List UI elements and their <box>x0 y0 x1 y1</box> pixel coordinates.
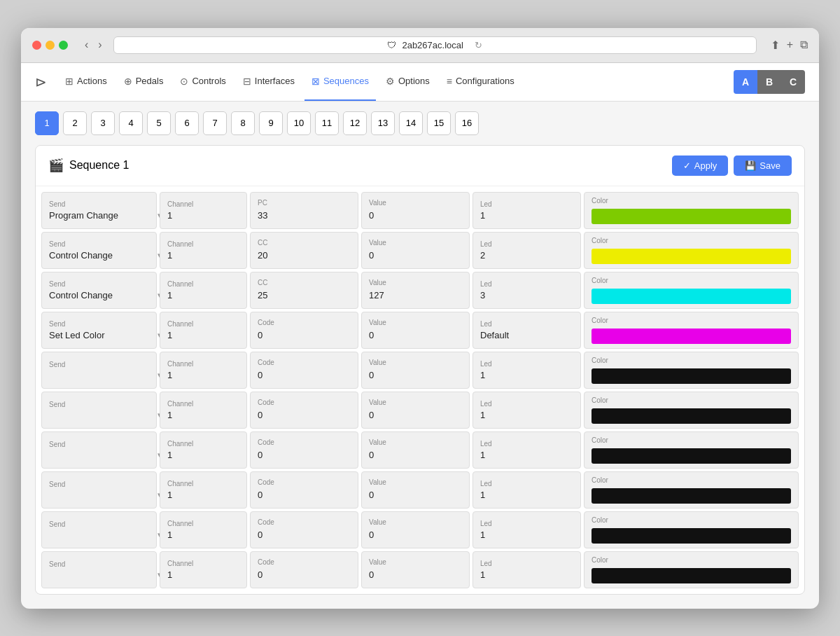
save-button[interactable]: 💾 Save <box>734 155 792 176</box>
color-cell-5[interactable]: Color <box>584 392 799 429</box>
maximize-button[interactable] <box>59 41 68 50</box>
nav-options[interactable]: ⚙ Options <box>379 63 437 101</box>
page-tab-8[interactable]: 8 <box>231 111 255 135</box>
nav-sequences[interactable]: ⊠ Sequences <box>304 63 376 101</box>
channel-cell-0[interactable]: Channel 1 ▾ <box>160 192 247 229</box>
code-cell-3[interactable]: Code 0 ▲ ▼ <box>250 312 358 349</box>
page-tab-3[interactable]: 3 <box>91 111 115 135</box>
color-swatch-6[interactable] <box>592 448 791 464</box>
color-swatch-1[interactable] <box>592 249 791 264</box>
code-cell-4[interactable]: Code 0 ▲ ▼ <box>250 352 358 389</box>
channel-cell-1[interactable]: Channel 1 ▾ <box>160 232 247 269</box>
send-cell-5[interactable]: Send ▾ <box>41 392 157 429</box>
code-cell-5[interactable]: Code 0 ▲ ▼ <box>250 392 358 429</box>
channel-cell-6[interactable]: Channel 1 ▾ <box>160 431 247 469</box>
close-button[interactable] <box>32 41 41 50</box>
led-cell-4[interactable]: Led 1 ▾ <box>472 352 581 389</box>
send-cell-4[interactable]: Send ▾ <box>41 352 157 389</box>
share-button[interactable]: ⬆ <box>771 39 780 52</box>
led-cell-6[interactable]: Led 1 ▾ <box>472 431 581 469</box>
page-tab-1[interactable]: 1 <box>35 111 59 135</box>
color-swatch-2[interactable] <box>592 289 791 304</box>
channel-cell-7[interactable]: Channel 1 ▾ <box>160 471 247 509</box>
value-cell-4[interactable]: Value 0 ▲ ▼ <box>361 352 470 389</box>
code-cell-2[interactable]: CC 25 ▲ ▼ <box>250 272 358 309</box>
page-tab-7[interactable]: 7 <box>203 111 227 135</box>
send-cell-8[interactable]: Send ▾ <box>41 511 157 548</box>
led-cell-7[interactable]: Led 1 ▾ <box>472 471 581 509</box>
value-cell-5[interactable]: Value 0 ▲ ▼ <box>361 392 470 429</box>
code-cell-8[interactable]: Code 0 ▲ ▼ <box>250 511 358 548</box>
nav-configurations[interactable]: ≡ Configurations <box>440 63 522 101</box>
new-tab-button[interactable]: + <box>787 39 793 52</box>
code-cell-9[interactable]: Code 0 ▲ ▼ <box>250 551 358 588</box>
forward-button[interactable]: › <box>95 37 104 53</box>
back-button[interactable]: ‹ <box>82 37 91 53</box>
channel-cell-5[interactable]: Channel 1 ▾ <box>160 392 247 429</box>
color-cell-3[interactable]: Color <box>584 312 799 349</box>
send-cell-6[interactable]: Send ▾ <box>41 431 157 469</box>
abc-b-button[interactable]: B <box>757 70 781 94</box>
nav-controls[interactable]: ⊙ Controls <box>173 63 232 101</box>
value-cell-7[interactable]: Value 0 ▲ ▼ <box>361 471 470 509</box>
send-cell-1[interactable]: Send Control Change ▾ <box>41 232 157 269</box>
send-cell-0[interactable]: Send Program Change ▾ <box>41 192 157 229</box>
led-cell-8[interactable]: Led 1 ▾ <box>472 511 581 548</box>
page-tab-6[interactable]: 6 <box>175 111 199 135</box>
led-cell-5[interactable]: Led 1 ▾ <box>472 392 581 429</box>
page-tab-10[interactable]: 10 <box>287 111 311 135</box>
color-swatch-0[interactable] <box>592 209 791 224</box>
page-tab-15[interactable]: 15 <box>427 111 451 135</box>
color-swatch-5[interactable] <box>592 408 791 424</box>
color-cell-8[interactable]: Color <box>584 511 799 548</box>
send-cell-9[interactable]: Send ▾ <box>41 551 157 588</box>
address-bar[interactable]: 🛡 2ab267ac.local ↻ <box>113 36 757 54</box>
color-cell-2[interactable]: Color <box>584 272 799 309</box>
color-cell-4[interactable]: Color <box>584 352 799 389</box>
page-tab-13[interactable]: 13 <box>371 111 395 135</box>
color-cell-6[interactable]: Color <box>584 431 799 469</box>
color-cell-9[interactable]: Color <box>584 551 799 588</box>
channel-cell-3[interactable]: Channel 1 ▾ <box>160 312 247 349</box>
channel-cell-2[interactable]: Channel 1 ▾ <box>160 272 247 309</box>
color-swatch-3[interactable] <box>592 329 791 344</box>
minimize-button[interactable] <box>46 41 55 50</box>
send-cell-2[interactable]: Send Control Change ▾ <box>41 272 157 309</box>
apply-button[interactable]: ✓ Apply <box>672 155 729 176</box>
abc-a-button[interactable]: A <box>734 70 757 94</box>
color-cell-0[interactable]: Color <box>584 192 799 229</box>
value-cell-6[interactable]: Value 0 ▲ ▼ <box>361 431 470 469</box>
value-cell-2[interactable]: Value 127 ▲ ▼ <box>361 272 470 309</box>
value-cell-3[interactable]: Value 0 ▲ ▼ <box>361 312 470 349</box>
value-cell-1[interactable]: Value 0 ▲ ▼ <box>361 232 470 269</box>
led-cell-9[interactable]: Led 1 ▾ <box>472 551 581 588</box>
code-cell-7[interactable]: Code 0 ▲ ▼ <box>250 471 358 509</box>
color-swatch-8[interactable] <box>592 528 791 544</box>
page-tab-4[interactable]: 4 <box>119 111 143 135</box>
page-tab-16[interactable]: 16 <box>455 111 479 135</box>
page-tab-11[interactable]: 11 <box>315 111 339 135</box>
color-swatch-7[interactable] <box>592 488 791 504</box>
tabs-button[interactable]: ⧉ <box>800 39 808 52</box>
nav-pedals[interactable]: ⊕ Pedals <box>117 63 171 101</box>
color-swatch-4[interactable] <box>592 368 791 384</box>
page-tab-14[interactable]: 14 <box>399 111 423 135</box>
abc-c-button[interactable]: C <box>781 70 805 94</box>
led-cell-2[interactable]: Led 3 ▾ <box>472 272 581 309</box>
channel-cell-8[interactable]: Channel 1 ▾ <box>160 511 247 548</box>
value-cell-0[interactable]: Value 0 ▲ ▼ <box>361 192 470 229</box>
send-cell-3[interactable]: Send Set Led Color ▾ <box>41 312 157 349</box>
code-cell-6[interactable]: Code 0 ▲ ▼ <box>250 431 358 469</box>
color-cell-7[interactable]: Color <box>584 471 799 509</box>
page-tab-9[interactable]: 9 <box>259 111 283 135</box>
value-cell-8[interactable]: Value 0 ▲ ▼ <box>361 511 470 548</box>
color-cell-1[interactable]: Color <box>584 232 799 269</box>
value-cell-9[interactable]: Value 0 ▲ ▼ <box>361 551 470 588</box>
color-swatch-9[interactable] <box>592 568 791 583</box>
code-cell-1[interactable]: CC 20 ▲ ▼ <box>250 232 358 269</box>
reload-icon[interactable]: ↻ <box>475 40 482 50</box>
nav-interfaces[interactable]: ⊟ Interfaces <box>236 63 302 101</box>
page-tab-5[interactable]: 5 <box>147 111 171 135</box>
led-cell-3[interactable]: Led Default ▾ <box>472 312 581 349</box>
nav-actions[interactable]: ⊞ Actions <box>58 63 114 101</box>
